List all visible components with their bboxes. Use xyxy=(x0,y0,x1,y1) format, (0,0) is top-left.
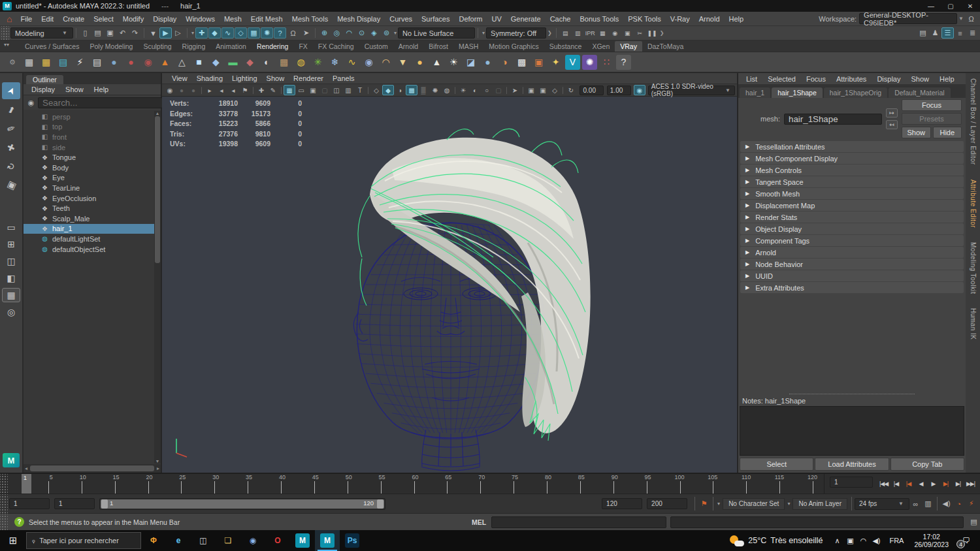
new-scene-icon[interactable]: ▯ xyxy=(79,27,91,39)
script-editor-icon[interactable]: ▤ xyxy=(968,516,980,527)
highlight-selection-icon[interactable]: ➤ xyxy=(300,27,312,39)
snap-view-icon[interactable]: ◈ xyxy=(368,27,380,39)
vp-twosided-icon[interactable]: ◐ xyxy=(469,85,481,95)
taskbar-search[interactable]: ⌕ Taper ici pour rechercher xyxy=(26,532,141,549)
attribute-section-header[interactable]: ▶ Node Behavior xyxy=(740,259,964,270)
outliner-row[interactable]: ❖ EyeOcclusion xyxy=(24,193,161,204)
menu-item[interactable]: Edit Mesh xyxy=(246,15,287,23)
sidebar-tab[interactable]: Modeling Toolkit xyxy=(970,242,977,294)
home-icon[interactable]: ⌂ xyxy=(7,14,12,24)
shelf-tab[interactable]: Rendering xyxy=(252,41,293,52)
presets-button[interactable]: Presets xyxy=(902,113,962,125)
vp-camera-icon[interactable]: ▸ xyxy=(204,85,216,95)
shelf-gear-icon[interactable]: ⚙ xyxy=(5,58,20,67)
outliner-search-input[interactable] xyxy=(38,97,163,108)
menu-item[interactable]: Edit xyxy=(37,15,58,23)
select-component-icon[interactable]: ▷ xyxy=(172,27,184,39)
vp-grid-icon[interactable]: ▦ xyxy=(284,85,295,95)
ae-footer-button[interactable]: Copy Tab xyxy=(890,458,964,471)
step-forward-frame-button[interactable]: ▶| xyxy=(953,478,964,490)
viewport-menu-item[interactable]: Shading xyxy=(192,74,227,82)
character-icon[interactable]: ♟ xyxy=(929,27,941,39)
menu-item[interactable]: UV xyxy=(487,15,506,23)
help-ball-icon[interactable]: ? xyxy=(616,55,631,70)
outliner-tab[interactable]: Outliner xyxy=(26,75,63,84)
vray-render-window-icon[interactable]: ▣ xyxy=(531,55,546,70)
mask-handles-icon[interactable]: ✚ xyxy=(195,27,208,39)
vray-sphere-icon[interactable]: ● xyxy=(480,55,495,70)
snap-point-icon[interactable]: ◠ xyxy=(343,27,355,39)
vp-safeaction-icon[interactable]: ▥ xyxy=(342,85,354,95)
vp-pivot-icon[interactable]: ✚ xyxy=(255,85,267,95)
ae-menu-item[interactable]: Display xyxy=(872,75,906,83)
gamma-field[interactable]: 1.00 xyxy=(607,86,631,95)
outliner-menu-item[interactable]: Display xyxy=(26,86,60,93)
step-back-frame-button[interactable]: |◀ xyxy=(890,478,902,490)
vray-dome-icon[interactable]: ◠ xyxy=(378,55,393,70)
opera-icon[interactable]: O xyxy=(265,530,290,551)
notes-textarea[interactable] xyxy=(740,406,964,456)
evaluation-runner-icon[interactable]: ⚡ xyxy=(965,498,977,509)
redo-icon[interactable]: ↷ xyxy=(129,27,141,39)
menu-item[interactable]: Generate xyxy=(506,15,546,23)
vray-cone-light-icon[interactable]: ▲ xyxy=(429,55,444,70)
vp-ao-icon[interactable]: ○ xyxy=(481,85,493,95)
vp-expand-icon[interactable]: ◇ xyxy=(549,85,561,95)
vray-glow-ball-icon[interactable]: ● xyxy=(412,55,427,70)
vp-cam-prev-icon[interactable]: ◂ xyxy=(216,85,227,95)
vray-wire-ball-icon[interactable]: ◉ xyxy=(361,55,376,70)
vp-settings-icon[interactable]: ◉ xyxy=(164,85,176,95)
vray-snow-cluster-icon[interactable]: ❄ xyxy=(327,55,342,70)
select-tool[interactable]: ➤ xyxy=(2,82,20,99)
vp-isolate-icon[interactable]: ➤ xyxy=(509,85,521,95)
vray-bulb-icon[interactable]: ✦ xyxy=(548,55,563,70)
maximize-button[interactable]: ▢ xyxy=(941,0,960,12)
workspace-lock-icon[interactable]: Ω xyxy=(965,13,977,24)
menu-item[interactable]: V-Ray xyxy=(666,15,694,23)
menu-item[interactable]: Mesh Display xyxy=(333,15,385,23)
vp-safetitle-icon[interactable]: T xyxy=(354,85,366,95)
vray-two-spheres-icon[interactable]: ◉ xyxy=(140,55,155,70)
taskbar-clock[interactable]: 17:02 26/09/2023 xyxy=(910,533,953,548)
shelf-tab[interactable]: Animation xyxy=(210,41,252,52)
shelf-tab[interactable]: Curves / Surfaces xyxy=(20,41,84,52)
sidebar-tab[interactable]: Attribute Editor xyxy=(970,180,977,228)
outliner-menu-item[interactable]: Help xyxy=(89,86,114,93)
light-editor-icon[interactable]: ▣ xyxy=(621,27,634,39)
ae-tab[interactable]: Default_Material xyxy=(889,87,950,98)
sidebar-tab[interactable]: Channel Box / Layer Editor xyxy=(970,78,977,165)
symmetry-field[interactable]: Symmetry: Off xyxy=(486,27,546,39)
timeline-playhead[interactable]: 1 xyxy=(22,474,31,494)
ipr-render-icon[interactable]: IPR xyxy=(584,27,596,39)
workspace-select[interactable]: General-DESKTOP-C96IEDB* xyxy=(859,13,957,24)
exposure-field[interactable]: 0.00 xyxy=(580,86,604,95)
live-surface-field[interactable]: No Live Surface xyxy=(398,27,475,39)
ae-tab[interactable]: hair_1 xyxy=(740,87,770,98)
range-slider[interactable]: 1 120 xyxy=(99,498,385,510)
snap-grid-icon[interactable]: ⊕ xyxy=(318,27,331,39)
vp-textured-icon[interactable]: ▩ xyxy=(406,85,417,95)
outliner-row[interactable]: ❖ TearLine xyxy=(24,183,161,193)
ae-menu-item[interactable]: Attributes xyxy=(831,75,872,83)
vp-xray-joints-icon[interactable]: ▣ xyxy=(537,85,549,95)
vray-funnel-icon[interactable]: ▼ xyxy=(395,55,410,70)
ae-footer-button[interactable]: Load Attributes xyxy=(815,458,889,471)
file-explorer-icon[interactable]: ❏ xyxy=(216,530,240,551)
shelf-tab[interactable]: Poly Modeling xyxy=(84,41,138,52)
mask-curves-icon[interactable]: ∿ xyxy=(221,27,234,39)
play-forwards-button[interactable]: ▶ xyxy=(928,478,939,490)
shelf-tab[interactable]: Custom xyxy=(359,41,393,52)
vp-shaded-icon[interactable]: ◆ xyxy=(382,85,394,95)
focus-button[interactable]: Focus xyxy=(902,99,962,111)
outliner-row[interactable]: ❖ Eye xyxy=(24,173,161,183)
outliner-menu-item[interactable]: Show xyxy=(60,86,89,93)
minimize-button[interactable]: — xyxy=(921,0,941,12)
menu-item[interactable]: Curves xyxy=(385,15,417,23)
layout-grid[interactable]: ▦ xyxy=(2,288,20,302)
vp-lights-icon[interactable]: ✺ xyxy=(429,85,441,95)
menu-item[interactable]: Select xyxy=(89,15,118,23)
ae-menu-item[interactable]: List xyxy=(741,75,762,83)
attribute-section-header[interactable]: ▶ Mesh Component Display xyxy=(740,153,964,164)
shelf-tab[interactable]: XGen xyxy=(587,41,615,52)
vp-filmgate-icon[interactable]: ▭ xyxy=(295,85,307,95)
